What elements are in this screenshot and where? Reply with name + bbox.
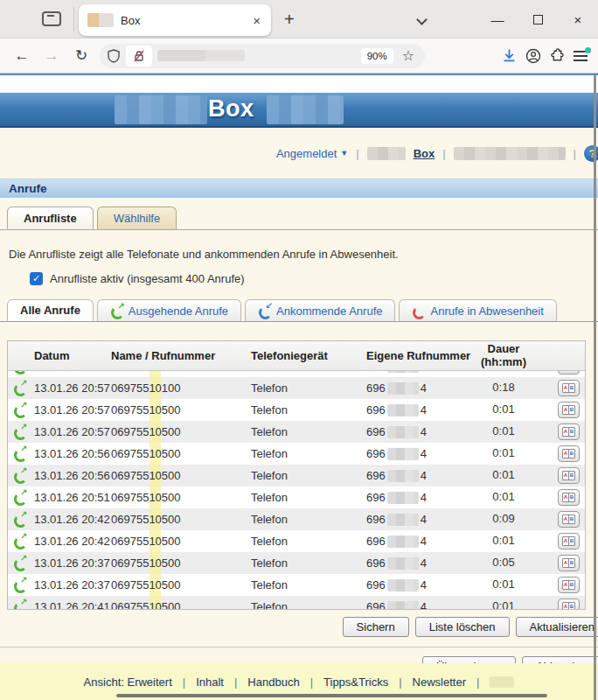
- book-cell: AB: [532, 402, 585, 418]
- url-text-redacted: [157, 50, 245, 61]
- new-tab-button[interactable]: +: [284, 9, 295, 30]
- table-row: ↗13.01.26 20:5706975510100Telefon69640:1…: [8, 371, 585, 377]
- call-dauer: 0:01: [475, 491, 532, 504]
- reload-button[interactable]: ↻: [66, 46, 96, 65]
- separator: |: [574, 147, 576, 160]
- call-direction-arrow: ↗: [117, 301, 124, 311]
- vertical-scrollbar[interactable]: [594, 75, 596, 700]
- phonebook-icon: AB: [562, 427, 575, 437]
- add-to-phonebook-button[interactable]: AB: [558, 598, 580, 609]
- add-to-phonebook-button[interactable]: AB: [558, 489, 580, 506]
- own-number-prefix: 696: [366, 371, 386, 373]
- book-cell: AB: [532, 380, 585, 396]
- header-eigene: Eigene Rufnummer: [366, 349, 475, 362]
- close-window-button[interactable]: ×: [558, 12, 598, 27]
- separator: |: [356, 147, 358, 160]
- add-to-phonebook-button[interactable]: AB: [558, 424, 580, 440]
- call-dauer: 0:01: [475, 403, 532, 416]
- table-row: ↗13.01.26 20:5606975510500Telefon69640:0…: [8, 465, 585, 486]
- browser-tab[interactable]: Box ×: [79, 4, 271, 36]
- maximize-icon: [533, 15, 543, 24]
- phonebook-icon: AB: [562, 493, 575, 502]
- call-geraet: Telefon: [251, 425, 366, 438]
- shield-icon[interactable]: [107, 49, 121, 63]
- own-number-prefix: 696: [366, 578, 386, 592]
- bookmark-star-icon[interactable]: ☆: [399, 47, 418, 64]
- call-tab-ausgehende-anrufe[interactable]: ↗Ausgehende Anrufe: [97, 299, 241, 321]
- menu-hamburger-icon[interactable]: [574, 51, 588, 61]
- add-to-phonebook-button[interactable]: AB: [558, 467, 580, 484]
- phone-outgoing-icon: ↗: [13, 382, 26, 395]
- clipped-row-bottom: ↗13.01.26 20:4106975510500Telefon69640:0…: [8, 596, 585, 609]
- call-geraet: Telefon: [251, 447, 366, 460]
- page-zoom-indicator[interactable]: 90%: [361, 48, 393, 64]
- page-margin: [0, 75, 598, 93]
- call-rufnummer: 06975510500: [111, 578, 251, 592]
- call-tab-alle-anrufe[interactable]: Alle Anrufe: [7, 299, 94, 321]
- phone-outgoing-icon: ↗: [13, 600, 26, 609]
- book-page-b: B: [569, 472, 574, 480]
- add-to-phonebook-button[interactable]: AB: [558, 555, 580, 571]
- refresh-button[interactable]: Aktualisieren: [516, 617, 598, 637]
- add-to-phonebook-button[interactable]: AB: [558, 402, 580, 418]
- add-to-phonebook-button[interactable]: AB: [558, 577, 580, 593]
- book-cell: AB: [532, 467, 585, 484]
- table-row: ↗13.01.26 20:4106975510500Telefon69640:0…: [8, 596, 585, 609]
- horizontal-scrollbar-thumb[interactable]: [116, 694, 547, 697]
- call-direction-arrow: ↗: [20, 487, 27, 497]
- call-table-rows: ↗13.01.26 20:5706975510100Telefon69640:1…: [8, 371, 585, 609]
- add-to-phonebook-button[interactable]: AB: [558, 445, 580, 462]
- footer-link-tipps-tricks[interactable]: Tipps&Tricks: [323, 676, 388, 689]
- call-direction-arrow: ↗: [20, 400, 27, 410]
- maximize-button[interactable]: [518, 12, 558, 27]
- session-bar: Angemeldet ▼ | Box | | ?: [0, 128, 598, 178]
- account-icon[interactable]: [525, 48, 541, 64]
- url-bar[interactable]: 90% ☆: [100, 44, 425, 68]
- window-controls: — ×: [477, 0, 598, 38]
- add-to-phonebook-button[interactable]: AB: [558, 511, 580, 528]
- phonebook-icon: AB: [562, 471, 575, 480]
- call-type-cell: ↗: [8, 491, 31, 504]
- call-tab-anrufe-in-abwesenheit[interactable]: Anrufe in Abwesenheit: [399, 299, 556, 321]
- back-button[interactable]: ←: [7, 47, 37, 65]
- own-number-suffix: 4: [421, 425, 427, 438]
- add-to-phonebook-button[interactable]: AB: [558, 380, 580, 396]
- header-geraet: Telefoniegerät: [251, 349, 366, 362]
- box-link[interactable]: Box: [414, 147, 435, 160]
- book-page-a: A: [563, 384, 569, 392]
- footer-link-newsletter[interactable]: Newsletter: [413, 676, 466, 689]
- call-eigene-rufnummer: 6964: [366, 535, 475, 549]
- clear-list-button[interactable]: Liste löschen: [415, 617, 510, 637]
- own-number-suffix: 4: [421, 578, 427, 592]
- extensions-puzzle-icon[interactable]: [550, 48, 565, 63]
- footer-link-handbuch[interactable]: Handbuch: [247, 676, 299, 689]
- footer-link-inhalt[interactable]: Inhalt: [196, 676, 224, 689]
- download-icon[interactable]: [502, 48, 517, 63]
- minimize-button[interactable]: —: [477, 12, 518, 27]
- book-page-b: B: [569, 559, 574, 567]
- close-tab-icon[interactable]: ×: [251, 13, 262, 28]
- insecure-lock-chip[interactable]: [126, 46, 152, 66]
- call-table: Datum Name / Rufnummer Telefoniegerät Ei…: [7, 340, 586, 610]
- add-to-phonebook-button[interactable]: AB: [558, 533, 580, 550]
- list-tabs-chevron-icon[interactable]: [416, 14, 428, 25]
- logged-in-dropdown[interactable]: Angemeldet ▼: [276, 147, 348, 160]
- book-cell: AB: [532, 424, 585, 440]
- tab-waehlhilfe[interactable]: Wählhilfe: [97, 206, 177, 229]
- table-row: ↗13.01.26 20:5106975510500Telefon69640:0…: [8, 486, 585, 508]
- call-type-cell: ↗: [8, 403, 31, 416]
- tab-anrufliste[interactable]: Anrufliste: [7, 206, 94, 229]
- clipped-row-top: ↗13.01.26 20:5706975510100Telefon69640:1…: [8, 371, 585, 377]
- call-dauer: 0:01: [475, 447, 532, 460]
- phonebook-icon: AB: [562, 383, 575, 393]
- phone-outgoing-icon: ↗: [13, 425, 26, 438]
- footer-link-ansicht-erweitert[interactable]: Ansicht: Erweitert: [84, 676, 172, 689]
- save-button[interactable]: Sichern: [343, 617, 409, 637]
- call-direction-arrow: ↗: [20, 422, 27, 431]
- firefox-view-icon[interactable]: [42, 11, 61, 26]
- add-to-phonebook-button[interactable]: AB: [558, 371, 580, 374]
- call-list-active-checkbox[interactable]: ✓: [30, 272, 43, 285]
- book-page-a: A: [563, 428, 569, 436]
- forward-button[interactable]: →: [37, 47, 66, 65]
- call-tab-ankommende-anrufe[interactable]: ↙Ankommende Anrufe: [245, 299, 395, 321]
